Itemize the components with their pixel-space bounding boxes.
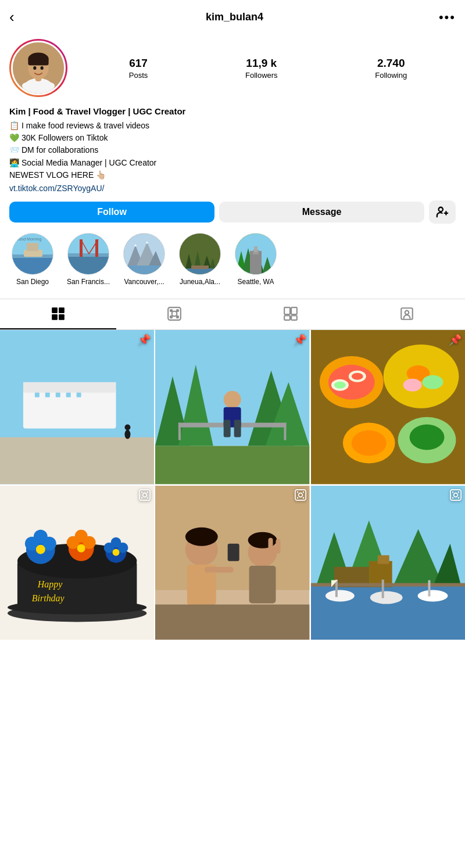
svg-point-172 xyxy=(458,492,460,493)
reel-indicator-5 xyxy=(295,489,306,501)
svg-point-102 xyxy=(351,431,386,456)
svg-rect-51 xyxy=(59,315,65,321)
post-cell-4[interactable]: Happy Birthday xyxy=(0,486,154,640)
svg-rect-20 xyxy=(68,256,109,275)
svg-point-148 xyxy=(296,492,298,493)
svg-rect-134 xyxy=(155,486,309,590)
profile-username: kim_bulan4 xyxy=(206,11,263,23)
post-cell-2[interactable]: 📌 xyxy=(155,330,309,484)
svg-point-113 xyxy=(34,530,48,544)
highlight-circle-sanfran xyxy=(67,233,109,275)
svg-point-173 xyxy=(452,497,454,499)
svg-point-9 xyxy=(45,83,55,89)
add-friend-button[interactable] xyxy=(429,200,456,224)
highlight-label-vancouver: Vancouver,... xyxy=(124,278,164,286)
highlight-sandiego[interactable]: Good Morning San Diego xyxy=(9,233,56,286)
svg-point-131 xyxy=(141,497,143,499)
svg-point-167 xyxy=(417,590,448,601)
svg-point-171 xyxy=(452,492,454,493)
tab-tagged[interactable] xyxy=(349,299,465,329)
post-image-5 xyxy=(155,486,309,640)
post-image-6 xyxy=(311,486,465,640)
message-button[interactable]: Message xyxy=(219,202,424,223)
svg-point-170 xyxy=(454,493,458,497)
highlight-label-sandiego: San Diego xyxy=(16,278,49,286)
bio-link[interactable]: vt.tiktok.com/ZSRYoygAU/ xyxy=(9,184,104,193)
pin-icon-3: 📌 xyxy=(449,333,462,346)
svg-point-118 xyxy=(75,530,88,543)
bio-line-4: 🧑‍💻 Social Media Manager | UGC Creator xyxy=(9,157,456,168)
tab-collab[interactable] xyxy=(233,299,349,329)
post-cell-3[interactable]: 📌 xyxy=(311,330,465,484)
post-cell-6[interactable] xyxy=(311,486,465,640)
svg-rect-50 xyxy=(52,315,58,321)
posts-grid: 📌 📌 xyxy=(0,330,465,640)
svg-rect-60 xyxy=(284,316,290,321)
svg-point-123 xyxy=(111,537,121,548)
svg-rect-59 xyxy=(291,308,297,315)
highlights-row: Good Morning San Diego San Fra xyxy=(9,233,456,294)
svg-rect-67 xyxy=(0,437,154,485)
post-cell-5[interactable] xyxy=(155,486,309,640)
reel-icon-5 xyxy=(295,489,306,504)
svg-point-75 xyxy=(124,430,130,439)
svg-rect-166 xyxy=(381,579,384,598)
pin-icon-2: 📌 xyxy=(294,333,306,346)
svg-rect-138 xyxy=(205,566,234,572)
highlight-sanfran[interactable]: San Francis... xyxy=(65,233,112,286)
svg-rect-5 xyxy=(28,58,48,65)
follow-button[interactable]: Follow xyxy=(9,202,214,223)
tab-reels[interactable] xyxy=(116,299,233,329)
back-button[interactable]: ‹ xyxy=(9,8,30,26)
followers-stat[interactable]: 11,9 k Followers xyxy=(245,57,278,80)
followers-count: 11,9 k xyxy=(246,57,277,70)
svg-rect-73 xyxy=(66,393,71,397)
svg-rect-52 xyxy=(168,308,181,321)
following-stat[interactable]: 2.740 Following xyxy=(375,57,407,80)
svg-point-114 xyxy=(36,545,45,554)
svg-point-7 xyxy=(41,66,44,70)
highlight-vancouver[interactable]: Vancouver,... xyxy=(121,233,167,286)
svg-point-65 xyxy=(405,311,409,315)
followers-label: Followers xyxy=(245,71,278,80)
svg-rect-85 xyxy=(284,423,287,440)
highlight-juneau[interactable]: Juneua,Ala... xyxy=(177,233,223,286)
svg-rect-88 xyxy=(224,420,231,437)
svg-point-128 xyxy=(143,493,147,497)
svg-text:Happy: Happy xyxy=(37,579,63,589)
svg-point-76 xyxy=(124,425,130,431)
svg-point-100 xyxy=(403,379,421,392)
post-image-3 xyxy=(311,330,465,484)
grid-icon xyxy=(51,306,66,321)
svg-point-86 xyxy=(224,391,241,408)
svg-rect-61 xyxy=(291,316,297,321)
post-image-2 xyxy=(155,330,309,484)
svg-rect-47 xyxy=(254,246,257,252)
svg-rect-72 xyxy=(56,393,60,397)
svg-point-104 xyxy=(409,425,444,450)
reel-indicator-6 xyxy=(450,489,462,501)
svg-rect-14 xyxy=(12,257,53,275)
svg-point-137 xyxy=(185,528,218,546)
posts-label: Posts xyxy=(129,71,148,80)
svg-rect-45 xyxy=(250,251,262,275)
stats-row: 617 Posts 11,9 k Followers 2.740 Followi… xyxy=(80,57,456,80)
post-cell-1[interactable]: 📌 xyxy=(0,330,154,484)
svg-rect-69 xyxy=(23,382,116,393)
tab-grid[interactable] xyxy=(0,299,116,329)
svg-point-8 xyxy=(22,83,33,89)
svg-point-53 xyxy=(172,311,177,317)
svg-rect-49 xyxy=(59,308,65,314)
following-label: Following xyxy=(375,71,407,80)
highlight-img-juneau xyxy=(180,234,221,275)
avatar-ring[interactable] xyxy=(9,39,67,97)
post-image-4: Happy Birthday xyxy=(0,486,154,640)
more-options-button[interactable]: ••• xyxy=(439,10,456,25)
svg-rect-84 xyxy=(178,423,181,440)
highlight-seattle[interactable]: Seattle, WA xyxy=(233,233,279,286)
highlight-label-sanfran: San Francis... xyxy=(67,278,110,286)
svg-rect-58 xyxy=(284,308,290,315)
highlight-img-sandiego: Good Morning xyxy=(12,234,53,275)
posts-stat[interactable]: 617 Posts xyxy=(129,57,148,80)
avatar-image xyxy=(13,42,64,94)
